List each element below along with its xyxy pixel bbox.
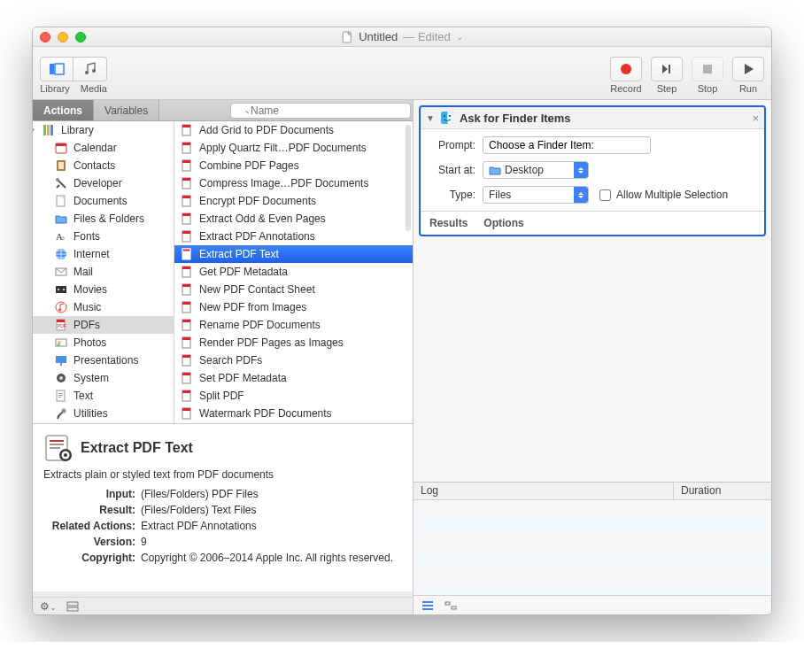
action-row[interactable]: Split PDF (174, 387, 413, 405)
search-input[interactable] (230, 103, 411, 119)
sidebar-item-mail[interactable]: Mail (33, 263, 174, 281)
action-row-label: Compress Image…PDF Documents (199, 177, 368, 189)
title-dropdown-icon[interactable]: ⌄ (456, 32, 463, 42)
record-button[interactable] (610, 57, 642, 81)
pdf-action-icon (180, 318, 194, 332)
sidebar-item-presentations[interactable]: Presentations (33, 351, 174, 369)
sidebar-root-library[interactable]: ▼ Library (33, 121, 174, 139)
svg-point-23 (63, 289, 65, 290)
pdf-action-icon (180, 141, 194, 155)
action-row[interactable]: Apply Quartz Filt…PDF Documents (174, 139, 413, 157)
close-window-button[interactable] (40, 32, 50, 42)
info-footer: ⚙︎⌄ (33, 597, 413, 614)
action-row[interactable]: New PDF from Images (174, 298, 413, 316)
presentations-icon (54, 353, 68, 367)
action-row[interactable]: Extract PDF Annotations (174, 228, 413, 245)
library-split: ▼ Library CalendarContactsDeveloperDocum… (33, 121, 413, 423)
pdf-action-icon (180, 158, 194, 173)
svg-rect-38 (58, 397, 61, 398)
allow-multiple-checkbox-row[interactable]: Allow Multiple Selection (599, 189, 735, 201)
log-area: Log Duration (414, 482, 771, 614)
media-icon (82, 61, 98, 77)
action-row[interactable]: Compress Image…PDF Documents (174, 174, 413, 192)
tab-actions[interactable]: Actions (33, 100, 94, 120)
action-row-label: New PDF Contact Sheet (199, 283, 315, 296)
svg-rect-49 (182, 178, 190, 181)
action-row[interactable]: Extract PDF Text (174, 245, 413, 263)
action-row[interactable]: Render PDF Pages as Images (174, 334, 413, 351)
allow-multiple-checkbox[interactable] (599, 189, 611, 201)
workflow-action-tab-options[interactable]: Options (483, 217, 523, 229)
action-row-label: Set PDF Metadata (199, 372, 287, 384)
action-row[interactable]: Encrypt PDF Documents (174, 192, 413, 210)
sidebar-item-internet[interactable]: Internet (33, 245, 174, 263)
action-row[interactable]: Set PDF Metadata (174, 369, 413, 387)
sidebar-item-files-folders[interactable]: Files & Folders (33, 210, 174, 228)
prompt-input[interactable] (483, 136, 651, 154)
action-row[interactable]: Get PDF Metadata (174, 263, 413, 281)
action-row[interactable]: Combine PDF Pages (174, 157, 413, 174)
log-footer (414, 595, 771, 614)
files-folders-icon (54, 212, 68, 226)
action-row[interactable]: Rename PDF Documents (174, 316, 413, 334)
svg-rect-27 (57, 320, 65, 322)
gear-icon[interactable]: ⚙︎⌄ (40, 600, 57, 613)
sidebar-item-documents[interactable]: Documents (33, 192, 174, 210)
stop-button[interactable] (692, 57, 723, 81)
sidebar-item-contacts[interactable]: Contacts (33, 157, 174, 174)
disclosure-triangle-icon[interactable]: ▼ (426, 113, 435, 123)
action-row[interactable]: Extract Odd & Even Pages (174, 210, 413, 228)
sidebar-item-calendar[interactable]: Calendar (33, 139, 174, 157)
media-toggle-button[interactable] (73, 57, 107, 81)
workflow-action-ask-finder-items[interactable]: ▼ Ask for Finder Items × Prompt: Start a… (419, 105, 766, 236)
sidebar-item-label: Presentations (73, 354, 138, 367)
minimize-window-button[interactable] (58, 32, 68, 42)
play-icon (740, 61, 756, 77)
library-label: Library (40, 83, 70, 94)
run-button[interactable] (732, 57, 764, 81)
pdf-action-icon (180, 371, 194, 385)
pdf-action-icon (180, 389, 194, 403)
log-column-duration[interactable]: Duration (674, 483, 771, 499)
sidebar-item-utilities[interactable]: Utilities (33, 405, 174, 422)
step-button[interactable] (651, 57, 683, 81)
svg-rect-77 (50, 440, 64, 442)
svg-rect-65 (182, 320, 190, 322)
disclosure-triangle-icon[interactable]: ▼ (33, 126, 36, 135)
sidebar-item-label: Photos (73, 336, 106, 349)
zoom-window-button[interactable] (75, 32, 86, 42)
action-row-label: Add Grid to PDF Documents (199, 124, 334, 136)
action-row[interactable]: Add Grid to PDF Documents (174, 121, 413, 139)
document-icon (341, 31, 353, 43)
sidebar-item-movies[interactable]: Movies (33, 281, 174, 298)
type-popup[interactable]: Files (483, 186, 589, 204)
scrollbar[interactable] (406, 125, 411, 231)
sidebar-item-photos[interactable]: Photos (33, 334, 174, 351)
workflow-canvas[interactable]: ▼ Ask for Finder Items × Prompt: Start a… (414, 100, 771, 482)
start-at-popup[interactable]: Desktop (483, 161, 589, 179)
log-list-view-icon[interactable] (421, 599, 435, 613)
log-column-log[interactable]: Log (414, 483, 674, 499)
actions-list[interactable]: Add Grid to PDF DocumentsApply Quartz Fi… (174, 121, 413, 423)
action-row[interactable]: Search PDFs (174, 351, 413, 369)
sidebar-item-system[interactable]: System (33, 369, 174, 387)
action-row[interactable]: New PDF Contact Sheet (174, 281, 413, 298)
sidebar-item-music[interactable]: Music (33, 298, 174, 316)
workflow-action-tab-results[interactable]: Results (429, 217, 468, 229)
library-sidebar[interactable]: ▼ Library CalendarContactsDeveloperDocum… (33, 121, 174, 423)
sidebar-item-fonts[interactable]: AaFonts (33, 228, 174, 245)
library-toggle-button[interactable] (40, 57, 73, 81)
svg-point-82 (64, 453, 67, 457)
sidebar-item-pdfs[interactable]: PDFPDFs (33, 316, 174, 334)
sidebar-item-label: Music (73, 301, 101, 313)
log-flow-view-icon[interactable] (444, 599, 458, 613)
sidebar-item-developer[interactable]: Developer (33, 174, 174, 192)
svg-rect-83 (67, 602, 78, 606)
pdf-action-icon (180, 194, 194, 208)
action-row[interactable]: Watermark PDF Documents (174, 405, 413, 422)
svg-point-22 (58, 289, 59, 290)
tab-variables[interactable]: Variables (94, 100, 159, 120)
sidebar-item-text[interactable]: Text (33, 387, 174, 405)
workflow-view-icon[interactable] (66, 599, 80, 614)
close-icon[interactable]: × (752, 112, 759, 125)
